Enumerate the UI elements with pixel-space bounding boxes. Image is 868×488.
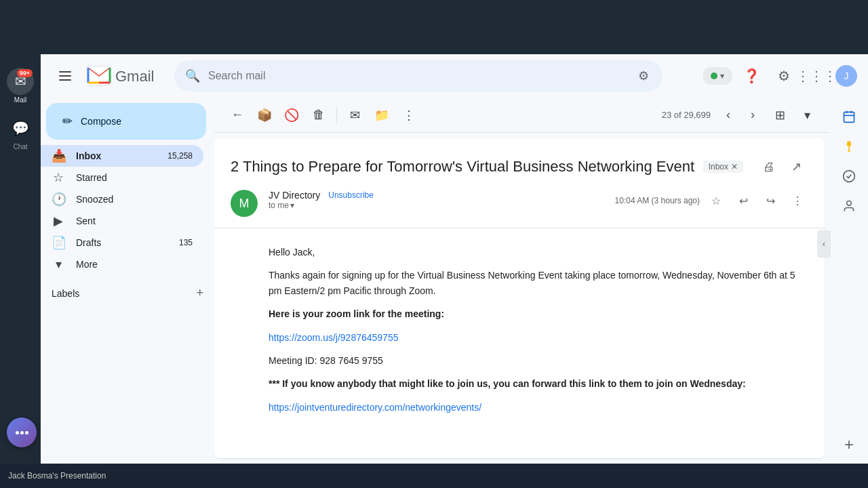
sidebar-item-mail[interactable]: ✉ 99+ Mail — [7, 65, 34, 106]
body-paragraph-1: Thanks again for signing up for the Virt… — [269, 268, 808, 298]
reply-all-button[interactable]: ↩ — [732, 190, 754, 211]
inbox-count: 15,258 — [167, 151, 193, 161]
status-dot — [711, 73, 717, 79]
sender-info: JV Directory Unsubscribe to me ▾ — [269, 190, 604, 210]
inbox-tag: Inbox ✕ — [703, 161, 743, 173]
print-button[interactable]: 🖨 — [757, 155, 781, 179]
search-options-button[interactable]: ⚙ — [635, 66, 652, 86]
sent-label: Sent — [76, 216, 193, 226]
svg-rect-2 — [59, 79, 71, 81]
inbox-icon: 📥 — [52, 148, 65, 163]
delete-button[interactable]: 🗑 — [307, 103, 331, 127]
menu-button[interactable] — [52, 62, 79, 89]
prev-email-button[interactable]: ‹ — [716, 103, 741, 127]
search-icon: 🔍 — [185, 68, 200, 83]
archive-button[interactable]: 📦 — [252, 103, 277, 127]
compose-button[interactable]: ✏ Compose — [46, 103, 206, 140]
drafts-label: Drafts — [76, 237, 168, 248]
back-button[interactable]: ← — [225, 103, 250, 127]
sender-avatar: M — [231, 190, 258, 217]
email-header-actions: 🖨 ↗ — [757, 155, 808, 179]
unsubscribe-link[interactable]: Unsubscribe — [328, 190, 374, 200]
body-zoom-label: Here is your zoom link for the meeting: — [269, 306, 808, 321]
keep-icon[interactable] — [835, 133, 863, 160]
email-count: 23 of 29,699 — [662, 110, 711, 120]
chat-icon[interactable]: 💬 — [7, 115, 34, 142]
next-email-button[interactable]: › — [741, 103, 765, 127]
settings-button[interactable]: ⚙ — [770, 62, 797, 89]
snoozed-icon: 🕐 — [52, 192, 65, 207]
to-me[interactable]: to me ▾ — [269, 201, 604, 210]
mail-icon[interactable]: ✉ 99+ — [7, 68, 34, 95]
svg-rect-0 — [59, 71, 71, 73]
nav-item-sent[interactable]: ▶ Sent — [41, 210, 203, 232]
email-sender-row: M JV Directory Unsubscribe to me ▾ — [231, 190, 808, 217]
zoom-link[interactable]: https://zoom.us/j/92876459755 — [269, 332, 398, 343]
layout-button[interactable]: ⊞ — [768, 103, 792, 127]
remove-tag-button[interactable]: ✕ — [731, 162, 738, 171]
email-area: ← 📦 🚫 🗑 ✉ 📁 ⋮ 23 of 29,699 ‹ › ⊞ ▾ — [214, 98, 830, 464]
email-body: Hello Jack, Thanks again for signing up … — [214, 228, 825, 439]
svg-text:Gmail: Gmail — [115, 68, 154, 85]
email-time: 10:04 AM (3 hours ago) — [615, 196, 700, 205]
snoozed-label: Snoozed — [76, 194, 193, 205]
star-button[interactable]: ☆ — [705, 190, 727, 211]
add-app-button[interactable]: + — [835, 431, 863, 458]
more-label: More — [76, 259, 193, 270]
reply-button[interactable]: ↪ — [760, 190, 781, 211]
expand-panel-button[interactable]: ‹ — [817, 230, 831, 258]
sender-initial: M — [239, 197, 250, 211]
body-forward-text: *** If you know anybody that might like … — [269, 376, 808, 391]
top-bar: Gmail 🔍 ⚙ ▾ ❓ ⚙ ⋮⋮⋮ J — [41, 54, 868, 98]
mail-label: Mail — [14, 96, 26, 104]
body-meeting-id: Meeting ID: 928 7645 9755 — [269, 353, 808, 368]
email-content: 2 Things to Prepare for Tomorrow's Virtu… — [214, 138, 825, 458]
starred-icon: ☆ — [52, 170, 65, 185]
calendar-icon[interactable] — [835, 103, 863, 130]
nav-item-more[interactable]: ▾ More — [41, 253, 203, 275]
more-email-options-button[interactable]: ⋮ — [787, 190, 808, 211]
starred-label: Starred — [76, 172, 193, 183]
mark-unread-button[interactable]: ✉ — [342, 103, 367, 127]
nav-arrows: ‹ › — [716, 103, 765, 127]
search-bar[interactable]: 🔍 ⚙ — [174, 60, 663, 92]
nav-item-inbox[interactable]: 📥 Inbox 15,258 — [41, 145, 203, 167]
open-new-window-button[interactable]: ↗ — [784, 155, 808, 179]
inbox-label: Inbox — [76, 150, 157, 161]
nav-item-starred[interactable]: ☆ Starred — [41, 167, 203, 188]
more-options-button[interactable]: ⋮ — [397, 103, 421, 127]
drafts-count: 135 — [179, 238, 193, 247]
apps-button[interactable]: ⋮⋮⋮ — [803, 62, 830, 89]
status-arrow: ▾ — [720, 71, 724, 81]
svg-point-9 — [844, 171, 855, 182]
notification-bubble[interactable] — [7, 418, 37, 447]
layout-dropdown-button[interactable]: ▾ — [795, 103, 819, 127]
taskbar-label: Jack Bosma's Presentation — [8, 471, 106, 481]
right-sidebar: + — [830, 98, 868, 464]
sender-name: JV Directory — [269, 190, 320, 201]
status-indicator[interactable]: ▾ — [703, 67, 732, 85]
gmail-logo: Gmail — [87, 62, 161, 89]
contacts-icon[interactable] — [835, 192, 863, 220]
snooze-button[interactable]: 📁 — [370, 103, 394, 127]
nav-item-snoozed[interactable]: 🕐 Snoozed — [41, 188, 203, 210]
sidebar-item-chat[interactable]: 💬 Chat — [7, 112, 34, 153]
jv-link[interactable]: https://jointventuredirectory.com/networ… — [269, 402, 481, 413]
labels-add-button[interactable]: + — [196, 286, 203, 300]
compose-pencil-icon: ✏ — [62, 114, 73, 129]
tasks-icon[interactable] — [835, 163, 863, 190]
email-header: 2 Things to Prepare for Tomorrow's Virtu… — [214, 138, 825, 228]
spam-button[interactable]: 🚫 — [279, 103, 304, 127]
taskbar: Jack Bosma's Presentation — [0, 464, 868, 488]
chat-label: Chat — [13, 143, 27, 150]
help-button[interactable]: ❓ — [738, 62, 765, 89]
toolbar-divider-1 — [336, 107, 337, 123]
mail-badge: 99+ — [17, 69, 33, 77]
search-input[interactable] — [208, 70, 627, 82]
inbox-tag-label: Inbox — [709, 162, 728, 171]
nav-item-drafts[interactable]: 📄 Drafts 135 — [41, 232, 203, 253]
avatar[interactable]: J — [835, 65, 857, 87]
main-content: ✏ Compose 📥 Inbox 15,258 ☆ Starred 🕐 Sno… — [41, 98, 868, 464]
sent-icon: ▶ — [52, 214, 65, 228]
compose-label: Compose — [81, 116, 121, 127]
